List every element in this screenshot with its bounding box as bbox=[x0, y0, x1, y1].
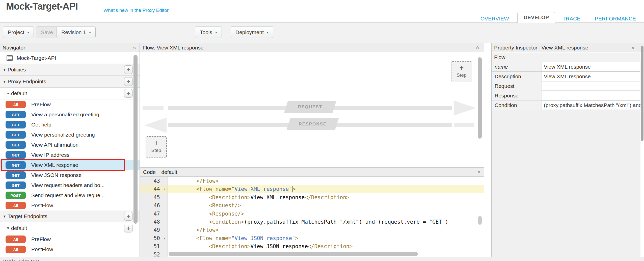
expand-right-icon[interactable]: » bbox=[631, 43, 634, 52]
nav-flow-get-help[interactable]: GETGet help bbox=[0, 120, 140, 130]
property-value-input[interactable]: (proxy.pathsuffix MatchesPath "/xml") an… bbox=[541, 100, 640, 110]
code-text: <Flow name="View XML response"> bbox=[168, 185, 484, 193]
nav-flow-view-api-affirmation[interactable]: GETView API affirmation bbox=[0, 140, 140, 150]
flow-panel-title: Flow: View XML response bbox=[143, 45, 204, 51]
flow-label: View request headers and bo... bbox=[31, 182, 104, 188]
add-button[interactable]: + bbox=[124, 212, 133, 221]
collapse-up-icon[interactable]: « bbox=[473, 46, 482, 49]
property-value-input[interactable] bbox=[541, 91, 640, 100]
nav-flow-send-request-and-view-reque-[interactable]: POSTSend request and view reque... bbox=[0, 190, 140, 200]
code-text: <Response/> bbox=[168, 210, 484, 218]
caret-down-icon[interactable]: ▼ bbox=[5, 91, 11, 95]
add-step-button-request[interactable]: + Step bbox=[146, 136, 167, 158]
method-badge: GET bbox=[6, 141, 26, 149]
collapse-down-icon[interactable]: « bbox=[474, 170, 483, 173]
chevron-down-icon: ▾ bbox=[89, 30, 91, 34]
nav-flow-preflow[interactable]: AllPreFlow bbox=[0, 99, 140, 110]
add-button[interactable]: + bbox=[124, 224, 133, 232]
property-row-name: nameView XML response bbox=[492, 62, 640, 72]
line-number: 45 bbox=[140, 193, 168, 201]
code-horizontal-scrollbar[interactable] bbox=[169, 252, 418, 256]
nav-flow-view-a-personalized-greeting[interactable]: GETView a personalized greeting bbox=[0, 110, 140, 120]
property-value-input[interactable] bbox=[541, 81, 640, 91]
page-title: Mock-Target-API bbox=[6, 1, 78, 12]
bundle-icon bbox=[7, 55, 13, 61]
code-line-44: 44▾<Flow name="View XML response"> bbox=[140, 185, 484, 193]
code-panel-header: Code default « bbox=[140, 167, 484, 177]
caret-down-icon[interactable]: ▼ bbox=[2, 214, 8, 218]
add-button[interactable]: + bbox=[124, 77, 133, 86]
request-bar-stub bbox=[143, 106, 164, 110]
line-number: 46 bbox=[140, 201, 168, 210]
nav-section-target-endpoints[interactable]: ▼Target Endpoints+ bbox=[0, 211, 140, 222]
caret-down-icon[interactable]: ▼ bbox=[2, 80, 8, 84]
navigator-scrollbar[interactable] bbox=[133, 55, 138, 224]
flow-label: PreFlow bbox=[31, 101, 51, 108]
annotation-highlight-box bbox=[1, 159, 125, 171]
nav-flow-preflow[interactable]: AllPreFlow bbox=[0, 234, 140, 244]
caret-down-icon[interactable]: ▼ bbox=[2, 68, 8, 72]
property-value-input[interactable]: View XML response bbox=[541, 62, 640, 71]
whats-new-link[interactable]: What's new in the Proxy Editor bbox=[103, 8, 169, 13]
nav-subsection-default[interactable]: ▼default+ bbox=[0, 88, 140, 99]
line-number: 52 bbox=[140, 251, 168, 257]
nav-api-mock-target-api[interactable]: Mock-Target-API bbox=[0, 53, 140, 64]
tab-overview[interactable]: OVERVIEW bbox=[480, 16, 509, 22]
code-editor[interactable]: 43</Flow>44▾<Flow name="View XML respons… bbox=[140, 177, 484, 257]
nav-flow-view-ip-address[interactable]: GETView IP address bbox=[0, 150, 140, 160]
section-label: Proxy Endpoints bbox=[8, 79, 46, 85]
line-number: 51 bbox=[140, 242, 168, 250]
navigator-tree: Mock-Target-API▼Policies+▼Proxy Endpoint… bbox=[0, 53, 140, 257]
code-text: </Flow> bbox=[168, 226, 484, 234]
project-menu-button[interactable]: Project ▾ bbox=[3, 26, 34, 38]
property-label: name bbox=[492, 62, 541, 71]
nav-subsection-default[interactable]: ▼default+ bbox=[0, 222, 140, 234]
chevron-down-icon: ▾ bbox=[267, 30, 269, 34]
code-text: <Flow name="View JSON response"> bbox=[168, 234, 484, 242]
chevron-down-icon: ▾ bbox=[215, 30, 217, 34]
code-vertical-scrollbar[interactable] bbox=[478, 216, 482, 225]
toolbar: Project ▾ Save Revision 1 ▾ Tools ▾ Depl… bbox=[0, 22, 644, 43]
deployment-menu-button[interactable]: Deployment ▾ bbox=[231, 26, 273, 38]
nav-section-policies[interactable]: ▼Policies+ bbox=[0, 64, 140, 76]
caret-down-icon[interactable]: ▼ bbox=[5, 226, 11, 230]
code-panel-title: Code bbox=[143, 169, 156, 175]
nav-flow-postflow[interactable]: AllPostFlow bbox=[0, 200, 140, 211]
request-arrowhead-icon bbox=[454, 100, 476, 116]
flow-label: View API affirmation bbox=[31, 142, 78, 148]
chevron-down-icon: ▾ bbox=[27, 30, 29, 34]
nav-flow-postflow[interactable]: AllPostFlow bbox=[0, 244, 140, 254]
add-step-button-response[interactable]: + Step bbox=[451, 61, 472, 82]
fold-arrow-icon[interactable]: ▾ bbox=[164, 185, 166, 193]
fold-arrow-icon[interactable]: ▾ bbox=[164, 234, 166, 242]
nav-section-proxy-endpoints[interactable]: ▼Proxy Endpoints+ bbox=[0, 76, 140, 88]
nav-flow-view-request-headers-and-bo-[interactable]: GETView request headers and bo... bbox=[0, 180, 140, 190]
response-arrowhead-icon bbox=[144, 118, 167, 133]
property-value-input[interactable]: View XML response bbox=[541, 72, 640, 81]
tools-menu-button[interactable]: Tools ▾ bbox=[195, 26, 222, 38]
api-name-label: Mock-Target-API bbox=[17, 55, 56, 61]
navigator-header: Navigator « bbox=[0, 43, 140, 52]
property-inspector-scrollbar[interactable] bbox=[641, 46, 643, 141]
revision-menu-button[interactable]: Revision 1 ▾ bbox=[57, 26, 96, 38]
tab-trace[interactable]: TRACE bbox=[562, 16, 580, 22]
nav-flow-view-personalized-greeting[interactable]: GETView personalized greeting bbox=[0, 130, 140, 140]
section-label: Policies bbox=[8, 67, 26, 73]
nav-flow-view-json-response[interactable]: GETView JSON response bbox=[0, 170, 140, 180]
property-label: Request bbox=[492, 81, 541, 91]
response-bar-stub bbox=[454, 123, 474, 127]
method-badge: GET bbox=[6, 131, 26, 139]
add-button[interactable]: + bbox=[124, 89, 133, 98]
code-line-50: 50▾<Flow name="View JSON response"> bbox=[140, 234, 484, 242]
navigator-title: Navigator bbox=[3, 45, 25, 51]
flow-scrollbar[interactable] bbox=[478, 57, 482, 139]
tab-develop[interactable]: DEVELOP bbox=[517, 12, 555, 23]
add-button[interactable]: + bbox=[124, 65, 133, 74]
tab-performance[interactable]: PERFORMANCE bbox=[595, 16, 636, 22]
method-badge: POST bbox=[6, 192, 26, 199]
collapse-left-icon[interactable]: « bbox=[133, 43, 136, 52]
property-row-response: Response bbox=[492, 91, 640, 100]
save-button[interactable]: Save bbox=[36, 26, 58, 38]
code-line-46: 46<Request/> bbox=[140, 201, 484, 210]
property-row-request: Request bbox=[492, 81, 640, 91]
